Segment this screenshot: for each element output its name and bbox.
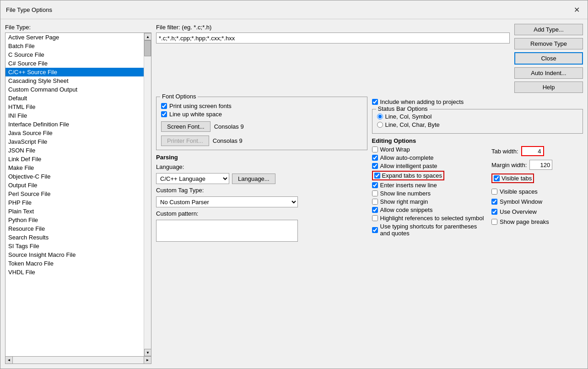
line-up-whitespace-checkbox[interactable]: [161, 111, 167, 117]
horizontal-scrollbar[interactable]: ◄ ►: [5, 357, 151, 364]
parsing-title: Parsing: [156, 154, 367, 161]
remove-type-button[interactable]: Remove Type: [514, 38, 583, 49]
dialog-title: File Type Options: [6, 6, 52, 13]
list-item[interactable]: JSON File: [5, 146, 144, 155]
font-options-label: Font Options: [160, 93, 198, 100]
visible-tabs-checkbox[interactable]: [494, 175, 500, 181]
list-item[interactable]: Default: [5, 94, 144, 103]
allow-auto-complete-label: Allow auto-complete: [380, 154, 434, 161]
allow-auto-complete-checkbox[interactable]: [372, 155, 378, 161]
list-item[interactable]: Java Source File: [5, 129, 144, 137]
list-item[interactable]: Objective-C File: [5, 172, 144, 181]
typing-shortcuts-checkbox[interactable]: [372, 227, 378, 233]
list-item[interactable]: C# Source File: [5, 59, 144, 68]
list-item[interactable]: Batch File: [5, 42, 144, 50]
include-checkbox[interactable]: [372, 99, 378, 105]
custom-pattern-input[interactable]: [156, 220, 298, 242]
file-type-list-container[interactable]: Active Server PageBatch FileC Source Fil…: [5, 33, 151, 357]
show-line-numbers-row: Show line numbers: [372, 190, 487, 197]
language-row: Language:: [156, 163, 367, 170]
allow-intelligent-paste-label: Allow intelligent paste: [380, 163, 437, 169]
enter-inserts-checkbox[interactable]: [372, 182, 378, 188]
line-up-whitespace-row: Line up white space: [161, 111, 362, 118]
scroll-left-button[interactable]: ◄: [5, 357, 13, 364]
print-screen-fonts-checkbox[interactable]: [161, 103, 167, 109]
show-page-breaks-label: Show page breaks: [500, 218, 549, 225]
left-options: Font Options Print using screen fonts Li…: [156, 97, 367, 242]
list-item[interactable]: PHP File: [5, 198, 144, 207]
screen-font-button[interactable]: Screen Font...: [161, 121, 210, 132]
close-button[interactable]: Close: [514, 52, 583, 65]
language-button[interactable]: Language...: [232, 174, 275, 184]
scrollbar-thumb[interactable]: [144, 40, 151, 56]
show-line-numbers-checkbox[interactable]: [372, 190, 378, 196]
word-wrap-checkbox[interactable]: [372, 147, 378, 152]
allow-code-snippets-label: Allow code snippets: [380, 206, 433, 213]
status-bar-option1-row: Line, Col, Symbol: [377, 113, 578, 120]
visible-spaces-row: Visible spaces: [491, 188, 583, 195]
filter-section: File filter: (eg. *.c;*.h): [156, 24, 510, 43]
list-item[interactable]: Link Def File: [5, 155, 144, 163]
allow-intelligent-paste-row: Allow intelligent paste: [372, 163, 487, 169]
use-overview-checkbox[interactable]: [491, 209, 497, 215]
list-item[interactable]: Search Results: [5, 233, 144, 242]
margin-width-input[interactable]: [529, 160, 552, 170]
help-button[interactable]: Help: [514, 81, 583, 93]
tab-width-label: Tab width:: [491, 148, 518, 155]
list-item[interactable]: Make File: [5, 163, 144, 172]
list-item[interactable]: Source Insight Macro File: [5, 250, 144, 259]
list-item[interactable]: Output File: [5, 181, 144, 190]
allow-intelligent-paste-checkbox[interactable]: [372, 163, 378, 169]
list-item[interactable]: HTML File: [5, 103, 144, 111]
symbol-window-checkbox[interactable]: [491, 199, 497, 205]
list-item[interactable]: C Source File: [5, 50, 144, 59]
list-item[interactable]: Resource File: [5, 224, 144, 233]
list-item[interactable]: Cascading Style Sheet: [5, 76, 144, 85]
highlight-refs-label: Highlight references to selected symbol: [380, 215, 484, 222]
editing-options-title: Editing Options: [372, 137, 583, 144]
custom-tag-select[interactable]: No Custom Parser: [156, 196, 298, 207]
highlight-refs-checkbox[interactable]: [372, 215, 378, 221]
add-type-button[interactable]: Add Type...: [514, 24, 583, 35]
language-select[interactable]: C/C++ Language: [156, 173, 229, 184]
vertical-scrollbar[interactable]: ▲ ▼: [144, 33, 151, 356]
auto-indent-button[interactable]: Auto Indent...: [514, 67, 583, 79]
filter-label: File filter: (eg. *.c;*.h): [156, 24, 510, 31]
list-item[interactable]: INI File: [5, 111, 144, 120]
status-bar-option1-radio[interactable]: [377, 114, 383, 119]
list-item[interactable]: JavaScript File: [5, 137, 144, 146]
list-item[interactable]: Custom Command Output: [5, 85, 144, 94]
list-item[interactable]: Python File: [5, 216, 144, 224]
list-item[interactable]: Active Server Page: [5, 33, 144, 42]
margin-width-label: Margin width:: [491, 162, 527, 168]
list-item[interactable]: Token Macro File: [5, 259, 144, 268]
visible-spaces-checkbox[interactable]: [491, 189, 497, 195]
status-bar-option2-radio[interactable]: [377, 122, 383, 128]
list-item[interactable]: VHDL File: [5, 268, 144, 277]
list-item[interactable]: SI Tags File: [5, 242, 144, 250]
scroll-down-button[interactable]: ▼: [144, 349, 151, 356]
left-panel: File Type: Active Server PageBatch FileC…: [5, 24, 151, 364]
scroll-up-button[interactable]: ▲: [144, 33, 151, 40]
window-close-button[interactable]: ✕: [571, 4, 582, 15]
list-item[interactable]: Interface Definition File: [5, 120, 144, 129]
show-page-breaks-checkbox[interactable]: [491, 219, 497, 225]
editing-left: Word Wrap Allow auto-complete Allow inte…: [372, 146, 487, 238]
word-wrap-row: Word Wrap: [372, 146, 487, 153]
printer-font-button[interactable]: Printer Font...: [161, 136, 209, 146]
tab-width-row: Tab width:: [491, 146, 583, 156]
scroll-track: [13, 357, 144, 364]
scroll-right-button[interactable]: ►: [144, 357, 151, 364]
list-item[interactable]: Perl Source File: [5, 190, 144, 198]
allow-code-snippets-checkbox[interactable]: [372, 207, 378, 213]
filter-input[interactable]: [156, 33, 510, 43]
list-item[interactable]: Plain Text: [5, 207, 144, 216]
dialog-window: File Type Options ✕ File Type: Active Se…: [0, 0, 588, 369]
show-right-margin-checkbox[interactable]: [372, 199, 378, 205]
expand-tabs-checkbox[interactable]: [374, 173, 380, 179]
editing-options-content: Word Wrap Allow auto-complete Allow inte…: [372, 146, 583, 238]
buttons-column: Add Type... Remove Type Close Auto Inden…: [514, 24, 583, 93]
list-item[interactable]: C/C++ Source File: [5, 68, 144, 76]
tab-width-input[interactable]: [521, 146, 544, 156]
file-type-label: File Type:: [5, 24, 151, 31]
